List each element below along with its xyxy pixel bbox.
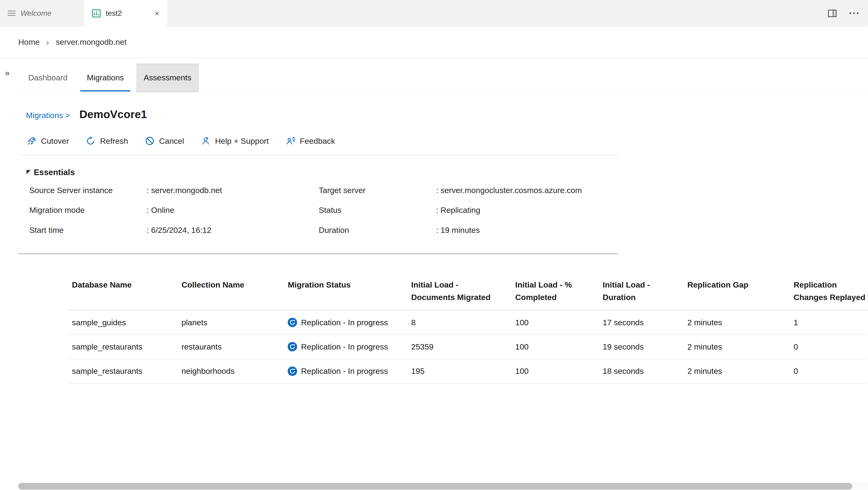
cell-duration: 18 seconds: [599, 359, 683, 383]
horizontal-scrollbar-track[interactable]: [18, 483, 868, 490]
refresh-button[interactable]: Refresh: [86, 136, 128, 146]
collections-table-container: Database Name Collection Name Migration …: [68, 274, 868, 384]
chart-icon: [92, 9, 101, 18]
status-label: Replication - In progress: [301, 318, 388, 327]
tab-test2-label: test2: [106, 9, 122, 18]
cell-gap: 2 minutes: [683, 310, 790, 334]
tab-migrations[interactable]: Migrations: [80, 64, 130, 92]
tab-welcome-label: Welcome: [21, 9, 52, 18]
field-label: Source Server instance: [29, 186, 147, 195]
chevron-right-icon: ›: [46, 37, 49, 47]
more-actions-icon[interactable]: ···: [849, 8, 860, 19]
replication-progress-icon: [288, 318, 297, 327]
col-documents-migrated: Initial Load - Documents Migrated: [407, 274, 511, 310]
field-label: Migration mode: [29, 205, 147, 215]
help-support-label: Help + Support: [215, 136, 269, 146]
cell-database: sample_guides: [68, 310, 178, 334]
expand-panel-icon[interactable]: »: [5, 68, 18, 77]
essentials-heading: Essentials: [34, 168, 75, 177]
tab-assessments[interactable]: Assessments: [136, 64, 198, 92]
cell-collection: restaurants: [178, 335, 284, 359]
col-migration-status: Migration Status: [284, 274, 407, 310]
feedback-button[interactable]: Feedback: [285, 136, 335, 146]
field-start-time: Start time 6/25/2024, 16:12: [29, 220, 318, 240]
help-support-icon: [201, 136, 211, 146]
menu-icon: [8, 10, 16, 17]
cell-status: Replication - In progress: [284, 359, 407, 383]
field-value: 6/25/2024, 16:12: [147, 226, 211, 235]
cancel-label: Cancel: [159, 136, 184, 146]
cell-percent: 100: [512, 310, 599, 334]
section-divider: [18, 253, 618, 254]
field-status: Status Replicating: [319, 200, 600, 220]
breadcrumb-home[interactable]: Home: [18, 37, 40, 47]
page-tabs: Dashboard Migrations Assessments: [18, 64, 868, 92]
collapsed-side-rail: »: [0, 58, 18, 384]
field-label: Start time: [29, 226, 147, 235]
feedback-icon: [285, 136, 295, 146]
field-value: Online: [147, 205, 174, 215]
main-area: » Dashboard Migrations Assessments Migra…: [0, 58, 868, 384]
command-toolbar: Cutover Refresh Cancel: [27, 134, 618, 148]
col-changes-replayed: Replication Changes Replayed: [790, 274, 868, 310]
detail-header: Migrations > DemoVcore1: [26, 108, 618, 121]
col-load-duration: Initial Load - Duration: [599, 274, 683, 310]
field-label: Duration: [319, 226, 436, 235]
field-value: server.mongocluster.cosmos.azure.com: [436, 186, 582, 195]
table-header-row: Database Name Collection Name Migration …: [68, 274, 868, 310]
col-percent-completed: Initial Load - % Completed: [512, 274, 599, 310]
close-icon[interactable]: ×: [154, 9, 159, 18]
toolbar-divider: [18, 155, 618, 155]
essentials-right-column: Target server server.mongocluster.cosmos…: [319, 180, 600, 240]
tab-welcome[interactable]: Welcome: [0, 0, 84, 27]
migrations-breadcrumb-link[interactable]: Migrations >: [26, 111, 70, 120]
collapse-triangle-icon: [26, 169, 31, 175]
status-label: Replication - In progress: [301, 366, 388, 376]
feedback-label: Feedback: [300, 136, 335, 146]
col-collection-name: Collection Name: [178, 274, 284, 310]
field-label: Target server: [319, 186, 436, 195]
col-database-name: Database Name: [68, 274, 178, 310]
horizontal-scrollbar-thumb[interactable]: [18, 483, 852, 490]
cell-changes: 0: [790, 359, 868, 383]
editor-tab-bar: Welcome test2 × ···: [0, 0, 868, 27]
cell-database: sample_restaurants: [68, 359, 178, 383]
cell-documents: 25359: [407, 335, 511, 359]
cancel-button[interactable]: Cancel: [145, 136, 184, 146]
field-label: Status: [319, 205, 436, 215]
tab-dashboard[interactable]: Dashboard: [22, 64, 74, 92]
replication-progress-icon: [288, 342, 297, 351]
cutover-label: Cutover: [41, 136, 69, 146]
help-support-button[interactable]: Help + Support: [201, 136, 269, 146]
split-editor-icon[interactable]: [828, 9, 837, 18]
cell-percent: 100: [512, 335, 599, 359]
essentials-grid: Source Server instance server.mongodb.ne…: [29, 180, 618, 240]
cell-status: Replication - In progress: [284, 310, 407, 334]
col-replication-gap: Replication Gap: [683, 274, 790, 310]
field-migration-mode: Migration mode Online: [29, 200, 318, 220]
cell-percent: 100: [512, 359, 599, 383]
cancel-icon: [145, 136, 155, 146]
migration-detail: Migrations > DemoVcore1 Cutover: [18, 92, 618, 254]
tab-test2[interactable]: test2 ×: [84, 0, 167, 27]
cell-changes: 0: [790, 335, 868, 359]
table-row: sample_restaurants restaurants Replicati…: [68, 335, 868, 359]
page-title: DemoVcore1: [79, 108, 147, 121]
essentials-toggle[interactable]: Essentials: [26, 168, 618, 177]
cell-gap: 2 minutes: [683, 359, 790, 383]
cell-database: sample_restaurants: [68, 335, 178, 359]
cell-collection: neighborhoods: [178, 359, 284, 383]
cell-duration: 19 seconds: [599, 335, 683, 359]
cell-changes: 1: [790, 310, 868, 334]
collections-table: Database Name Collection Name Migration …: [68, 274, 868, 384]
cutover-button[interactable]: Cutover: [27, 136, 69, 146]
cell-gap: 2 minutes: [683, 335, 790, 359]
breadcrumb: Home › server.mongodb.net: [0, 27, 868, 58]
field-value: 19 minutes: [436, 226, 479, 235]
field-source-server: Source Server instance server.mongodb.ne…: [29, 180, 318, 200]
table-row: sample_restaurants neighborhoods Replica…: [68, 359, 868, 383]
content-area: Dashboard Migrations Assessments Migrati…: [18, 58, 868, 384]
field-duration: Duration 19 minutes: [319, 220, 600, 240]
cell-documents: 8: [407, 310, 511, 334]
tabbar-actions: ···: [828, 0, 860, 27]
